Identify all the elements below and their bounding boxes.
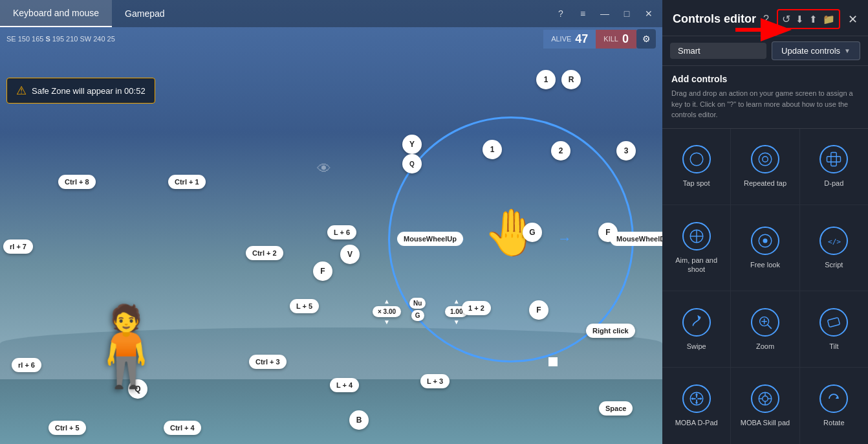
up-arrow-icon2: ▲ (453, 298, 460, 305)
key-1c[interactable]: 1 (483, 140, 502, 159)
d-pad-label: D-pad (824, 179, 843, 188)
control-item-rotate[interactable]: Rotate (800, 368, 868, 444)
rotate-label: Rotate (823, 418, 844, 427)
key-g[interactable]: G (523, 223, 542, 242)
control-item-script[interactable]: </>Script (800, 205, 868, 291)
game-area: Keyboard and mouse Gamepad ? ≡ — □ ✕ SE … (0, 0, 662, 444)
key-ctrl4[interactable]: Ctrl + 4 (164, 421, 201, 435)
alive-value: 47 (575, 32, 588, 46)
control-item-aim-pan-shoot[interactable]: Aim, pan and shoot (662, 205, 730, 291)
key-nu[interactable]: Nu (409, 298, 426, 309)
multiplier-group: ▲ × 3.00 ▼ (373, 298, 401, 326)
svg-marker-22 (700, 397, 702, 400)
svg-point-4 (763, 157, 768, 162)
key-lp4[interactable]: L + 4 (330, 378, 359, 392)
eye-icon: 👁 (317, 161, 331, 177)
tilt-icon (819, 308, 848, 337)
control-item-zoom[interactable]: Zoom (731, 291, 799, 368)
maximize-button[interactable]: □ (621, 8, 633, 19)
rotate-icon (819, 384, 848, 413)
sidebar-help-icon[interactable]: ? (763, 14, 769, 25)
upload-icon[interactable]: ⬆ (809, 14, 818, 25)
key-r[interactable]: R (561, 70, 581, 89)
svg-marker-20 (695, 403, 698, 405)
nu-g-group: Nu G (409, 298, 426, 321)
settings-button[interactable]: ⚙ (636, 29, 656, 49)
control-item-repeated-tap[interactable]: Repeated tap (731, 129, 799, 205)
alive-stat: ALIVE 47 (543, 30, 596, 49)
aim-pan-shoot-icon (682, 222, 711, 250)
warning-icon: ⚠ (16, 83, 27, 98)
key-ctrl3[interactable]: Ctrl + 3 (249, 355, 287, 369)
script-icon: </> (819, 227, 848, 255)
key-ctrl7[interactable]: rl + 7 (3, 239, 33, 254)
key-3c[interactable]: 3 (616, 141, 636, 161)
key-y[interactable]: Y (402, 135, 422, 154)
control-item-moba-d-pad[interactable]: MOBA D-Pad (662, 368, 730, 444)
moba-skill-pad-icon (751, 384, 779, 413)
down-arrow-icon: ▼ (384, 318, 390, 326)
tap-spot-icon (682, 145, 711, 173)
kill-stat: KILL 0 (596, 30, 636, 49)
key-v[interactable]: V (340, 245, 360, 264)
menu-button[interactable]: ≡ (577, 8, 589, 19)
key-q2[interactable]: Q (402, 154, 422, 173)
key-f1[interactable]: F (313, 261, 332, 281)
hud-bar: SE 150 165 S 195 210 SW 240 25 ALIVE 47 … (0, 27, 662, 50)
download-icon[interactable]: ⬇ (796, 14, 804, 25)
character: 🧍 (78, 301, 175, 392)
svg-rect-5 (831, 153, 836, 166)
update-controls-button[interactable]: Update controls ▼ (772, 41, 860, 60)
sidebar-title: Controls editor (673, 12, 756, 26)
key-lp3[interactable]: L + 3 (420, 374, 450, 388)
svg-line-14 (767, 324, 771, 328)
key-lp6[interactable]: L + 6 (327, 225, 356, 239)
sync-icon[interactable]: ↺ (782, 13, 790, 25)
warning-banner: ⚠ Safe Zone will appear in 00:52 (6, 78, 155, 104)
key-ctrl2[interactable]: Ctrl + 2 (246, 246, 283, 260)
control-item-tilt[interactable]: Tilt (800, 291, 868, 368)
svg-point-11 (763, 238, 767, 243)
down-arrow-icon2: ▼ (453, 318, 460, 326)
svg-marker-19 (695, 393, 698, 395)
close-window-button[interactable]: ✕ (643, 8, 655, 19)
dropdown-arrow-icon: ▼ (844, 47, 851, 54)
control-item-free-look[interactable]: Free look (731, 205, 799, 291)
repeated-tap-icon (751, 145, 779, 173)
right-click-label[interactable]: Right click (586, 324, 635, 338)
script-label: Script (825, 260, 843, 269)
key-g2[interactable]: G (411, 310, 424, 321)
tab-keyboard[interactable]: Keyboard and mouse (0, 0, 112, 27)
mousewheel-up-label[interactable]: MouseWheelUp (397, 232, 463, 246)
key-b[interactable]: B (349, 410, 369, 430)
control-item-swipe[interactable]: Swipe (662, 291, 730, 368)
key-1plus2[interactable]: 1 + 2 (462, 301, 491, 315)
key-ctrl6[interactable]: rl + 6 (12, 358, 41, 372)
mousewheel-down-label[interactable]: MouseWheelDown (610, 232, 662, 246)
kill-value: 0 (622, 32, 629, 46)
minimize-button[interactable]: — (599, 8, 611, 19)
control-grid: Tap spotRepeated tapD-padAim, pan and sh… (662, 129, 868, 445)
key-2c[interactable]: 2 (551, 141, 570, 161)
key-ctrl5[interactable]: Ctrl + 5 (49, 421, 86, 435)
help-button[interactable]: ? (555, 8, 567, 19)
tab-gamepad[interactable]: Gamepad (112, 0, 177, 27)
circle-dot (548, 357, 558, 366)
repeated-tap-label: Repeated tap (744, 179, 787, 188)
key-n1[interactable]: 1 (536, 70, 556, 89)
folder-icon[interactable]: 📁 (823, 14, 835, 25)
controls-bar: Smart Update controls ▼ (662, 36, 868, 66)
control-item-d-pad[interactable]: D-pad (800, 129, 868, 205)
up-arrow-icon: ▲ (384, 298, 390, 305)
control-item-tap-spot[interactable]: Tap spot (662, 129, 730, 205)
key-f3[interactable]: F (529, 300, 548, 320)
space-label[interactable]: Space (599, 401, 633, 416)
sidebar-close-button[interactable]: ✕ (848, 12, 858, 27)
control-item-moba-skill-pad[interactable]: MOBA Skill pad (731, 368, 799, 444)
key-ctrl1[interactable]: Ctrl + 1 (168, 175, 206, 189)
multiplier-x3[interactable]: × 3.00 (373, 306, 401, 317)
key-ctrl8[interactable]: Ctrl + 8 (58, 175, 96, 189)
sync-icons-group: ↺ ⬇ ⬆ 📁 (777, 9, 840, 29)
moba-d-pad-icon (682, 384, 711, 413)
key-lp5[interactable]: L + 5 (290, 299, 319, 313)
